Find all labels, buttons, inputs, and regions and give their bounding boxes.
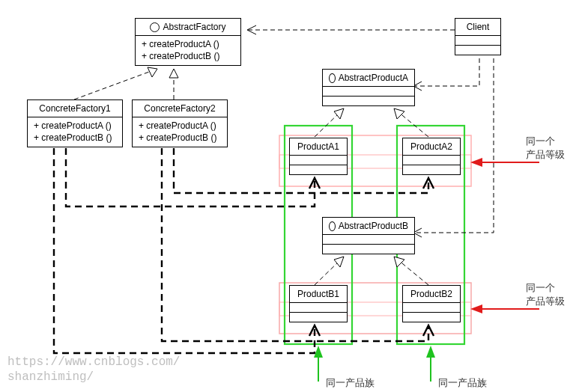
class-product-a1: ProductA1 (289, 138, 348, 175)
abstract-icon (329, 221, 336, 231)
class-name: ProductB1 (297, 288, 339, 300)
note-level-b: 同一个产品等级 (526, 281, 565, 308)
class-name: ConcreteFactory2 (144, 102, 215, 114)
diagram-canvas: AbstractFactory + createProductA ()+ cre… (0, 0, 582, 392)
class-abstract-product-b: AbstractProductB (322, 217, 415, 254)
class-name: AbstractProductA (339, 72, 408, 84)
svg-marker-4 (148, 67, 157, 77)
class-abstract-product-a: AbstractProductA (322, 69, 415, 106)
svg-marker-6 (169, 69, 178, 78)
svg-marker-16 (470, 158, 482, 167)
class-product-b1: ProductB1 (289, 285, 348, 322)
svg-marker-12 (334, 257, 344, 267)
abstract-icon (150, 22, 160, 32)
class-product-a2: ProductA2 (402, 138, 461, 175)
svg-marker-14 (394, 257, 404, 267)
class-abstract-factory: AbstractFactory + createProductA ()+ cre… (135, 18, 241, 66)
svg-marker-18 (470, 304, 482, 313)
svg-marker-10 (394, 108, 404, 119)
class-name: AbstractFactory (163, 21, 225, 33)
note-level-a: 同一个产品等级 (526, 135, 565, 162)
class-name: ProductA1 (297, 141, 339, 153)
class-name: ProductA2 (410, 141, 452, 153)
class-concrete-factory-1: ConcreteFactory1 + createProductA ()+ cr… (27, 99, 123, 147)
svg-line-3 (74, 69, 157, 99)
abstract-icon (329, 73, 336, 83)
svg-marker-22 (426, 346, 435, 358)
svg-marker-8 (334, 108, 344, 119)
class-name: ConcreteFactory1 (39, 102, 110, 114)
class-name: Client (467, 21, 490, 33)
class-name: ProductB2 (410, 288, 452, 300)
class-name: AbstractProductB (339, 220, 408, 232)
class-product-b2: ProductB2 (402, 285, 461, 322)
note-family-1: 同一产品族 (326, 376, 375, 390)
note-family-2: 同一产品族 (438, 376, 487, 390)
class-client: Client (455, 18, 501, 55)
class-concrete-factory-2: ConcreteFactory2 + createProductA ()+ cr… (132, 99, 228, 147)
watermark: https://www.cnblogs.com/shanzhiming/ (7, 355, 180, 385)
connectors-layer (0, 0, 582, 392)
